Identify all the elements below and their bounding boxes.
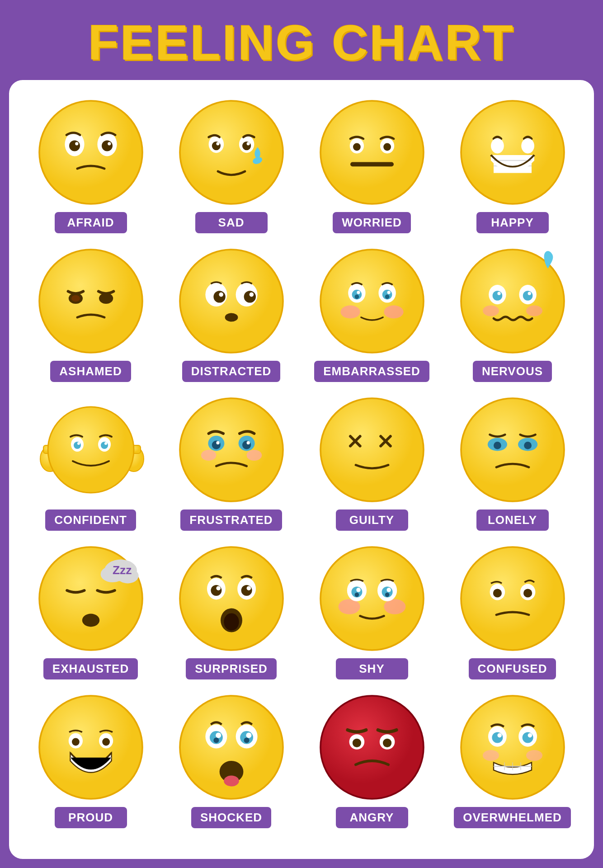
- emoji-guilty: [318, 396, 426, 504]
- emoji-shy: [318, 544, 426, 653]
- svg-point-102: [320, 547, 424, 650]
- svg-point-36: [225, 313, 238, 321]
- emotion-item-shocked: SHOCKED: [177, 693, 286, 828]
- svg-point-12: [216, 142, 219, 145]
- svg-point-146: [497, 733, 502, 738]
- emotion-item-proud: PROUD: [37, 693, 145, 828]
- svg-point-104: [384, 599, 405, 614]
- label-exhausted: EXHAUSTED: [43, 658, 138, 679]
- emotion-item-nervous: NERVOUS: [458, 247, 567, 382]
- label-ashamed: ASHAMED: [50, 361, 131, 382]
- svg-point-112: [385, 593, 389, 597]
- emoji-overwhelmed: [458, 693, 567, 802]
- svg-point-32: [213, 291, 225, 302]
- label-confused: CONFUSED: [469, 658, 556, 679]
- label-afraid: AFRAID: [55, 212, 127, 233]
- svg-point-35: [249, 292, 254, 297]
- svg-point-77: [320, 398, 424, 501]
- svg-point-133: [224, 775, 239, 786]
- emoji-nervous: [458, 247, 567, 355]
- emotion-item-shy: SHY: [318, 544, 426, 679]
- svg-rect-20: [350, 162, 394, 167]
- svg-point-13: [246, 142, 250, 145]
- emotion-item-distracted: DISTRACTED: [177, 247, 286, 382]
- svg-point-147: [528, 733, 532, 738]
- svg-point-109: [356, 588, 361, 592]
- emoji-frustrated: [177, 396, 286, 504]
- svg-point-53: [497, 292, 500, 295]
- svg-point-73: [212, 441, 220, 449]
- emoji-confident: [37, 396, 145, 504]
- svg-point-121: [72, 738, 80, 746]
- svg-point-47: [385, 295, 389, 299]
- svg-point-46: [354, 295, 359, 299]
- poster: FEELING CHART AFRAID SAD: [0, 0, 603, 868]
- svg-point-141: [526, 750, 542, 761]
- svg-point-103: [338, 599, 360, 614]
- svg-point-139: [461, 696, 564, 799]
- svg-point-21: [461, 101, 564, 204]
- svg-point-145: [522, 732, 533, 743]
- label-overwhelmed: OVERWHELMED: [454, 807, 571, 828]
- svg-point-118: [39, 696, 142, 799]
- svg-point-4: [102, 141, 113, 151]
- svg-point-39: [384, 306, 403, 319]
- emotion-item-angry: ANGRY: [318, 693, 426, 828]
- svg-point-11: [242, 142, 251, 150]
- svg-point-116: [493, 589, 501, 597]
- emotion-item-guilty: GUILTY: [318, 396, 426, 531]
- svg-point-138: [383, 739, 391, 747]
- emoji-happy: [458, 98, 567, 207]
- svg-point-117: [523, 589, 532, 597]
- svg-point-23: [521, 138, 534, 154]
- svg-point-10: [212, 142, 220, 150]
- emoji-distracted: [177, 247, 286, 355]
- emoji-worried: [318, 98, 426, 207]
- svg-point-33: [244, 291, 255, 302]
- emoji-exhausted: Zzz: [37, 544, 145, 653]
- emotion-item-sad: SAD: [177, 98, 286, 233]
- svg-point-25: [39, 250, 142, 353]
- svg-point-70: [246, 450, 262, 461]
- emotion-grid: AFRAID SAD WORRIED: [23, 98, 580, 828]
- svg-point-65: [101, 442, 108, 449]
- emotion-item-exhausted: Zzz EXHAUSTED: [37, 544, 145, 679]
- svg-point-28: [71, 295, 80, 302]
- svg-point-34: [219, 292, 223, 297]
- svg-point-82: [461, 398, 564, 501]
- svg-point-19: [383, 143, 391, 151]
- svg-point-85: [494, 442, 501, 449]
- svg-point-131: [244, 737, 249, 743]
- label-sad: SAD: [195, 212, 268, 233]
- label-shy: SHY: [336, 658, 408, 679]
- svg-point-76: [246, 441, 250, 444]
- svg-point-110: [386, 588, 391, 592]
- label-surprised: SURPRISED: [186, 658, 277, 679]
- svg-point-111: [354, 593, 359, 597]
- emoji-shocked: [177, 693, 286, 802]
- emoji-proud: [37, 693, 145, 802]
- emoji-embarrassed: [318, 247, 426, 355]
- svg-point-144: [492, 732, 503, 743]
- emotion-item-afraid: AFRAID: [37, 98, 145, 233]
- svg-point-27: [99, 293, 113, 304]
- emoji-surprised: [177, 544, 286, 653]
- svg-point-56: [526, 306, 542, 316]
- svg-point-122: [102, 738, 110, 746]
- svg-point-68: [180, 398, 283, 501]
- svg-point-18: [353, 143, 361, 151]
- svg-point-99: [246, 586, 251, 590]
- emotion-item-happy: HAPPY: [458, 98, 567, 233]
- label-distracted: DISTRACTED: [182, 361, 281, 382]
- label-frustrated: FRUSTRATED: [180, 509, 282, 531]
- label-shocked: SHOCKED: [191, 807, 271, 828]
- svg-point-5: [75, 142, 78, 145]
- emoji-sad: [177, 98, 286, 207]
- svg-point-140: [483, 750, 499, 761]
- svg-point-88: [82, 614, 99, 627]
- svg-point-96: [211, 585, 221, 596]
- svg-point-15: [320, 101, 424, 204]
- svg-point-3: [69, 141, 80, 151]
- svg-point-137: [352, 739, 361, 747]
- svg-point-97: [241, 585, 252, 596]
